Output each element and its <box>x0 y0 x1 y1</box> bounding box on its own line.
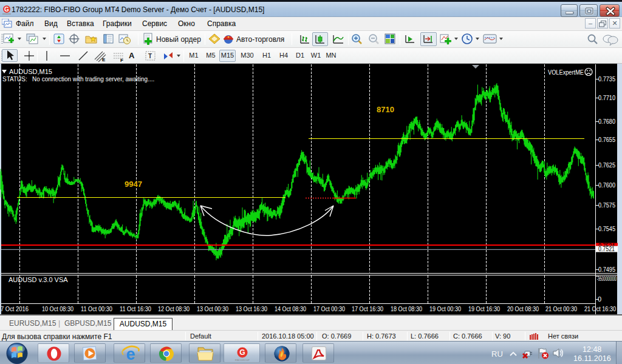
svg-text:0.7680: 0.7680 <box>598 118 615 125</box>
svg-text:13 Oct 16:30: 13 Oct 16:30 <box>236 305 267 312</box>
svg-text:G: G <box>4 6 9 13</box>
svg-text:10 Oct 08:30: 10 Oct 08:30 <box>42 305 73 312</box>
svg-text:0.7545: 0.7545 <box>598 225 615 232</box>
svg-text:T: T <box>148 53 152 59</box>
svg-text:21 Oct 16:30: 21 Oct 16:30 <box>584 305 616 312</box>
svg-text:7 Oct 2016: 7 Oct 2016 <box>1 305 29 312</box>
svg-text:0: 0 <box>598 295 601 303</box>
svg-text:0.7655: 0.7655 <box>598 136 615 143</box>
svg-text:G: G <box>239 348 245 357</box>
svg-text:-9500000000: -9500000000 <box>597 275 617 282</box>
svg-text:AUDUSD,M15: AUDUSD,M15 <box>9 68 52 75</box>
svg-text:AUDUSD v.3.0 VSA: AUDUSD v.3.0 VSA <box>9 276 68 283</box>
svg-text:21 Oct 00:30: 21 Oct 00:30 <box>545 305 577 312</box>
svg-text:FIBOGROUP: FIBOGROUP <box>235 359 250 362</box>
svg-text:17 Oct 00:30: 17 Oct 00:30 <box>313 305 345 312</box>
svg-text:STATUS: No connection with t: STATUS: No connection with trading serve… <box>2 76 154 83</box>
svg-text:0.7735: 0.7735 <box>598 75 615 83</box>
svg-text:11 Oct 00:30: 11 Oct 00:30 <box>81 305 112 312</box>
svg-text:13 Oct 00:30: 13 Oct 00:30 <box>197 305 228 312</box>
svg-text:0.7495: 0.7495 <box>598 266 615 273</box>
svg-text:VOLExpertME: VOLExpertME <box>548 69 584 76</box>
svg-text:0.7575: 0.7575 <box>598 201 615 209</box>
svg-text:19 Oct 00:30: 19 Oct 00:30 <box>429 305 461 312</box>
svg-text:8710: 8710 <box>377 105 394 114</box>
svg-text:0.7600: 0.7600 <box>598 181 615 189</box>
svg-text:20 Oct 08:30: 20 Oct 08:30 <box>507 305 539 312</box>
svg-text:18 Oct 08:30: 18 Oct 08:30 <box>391 305 422 312</box>
svg-text:19 Oct 16:30: 19 Oct 16:30 <box>468 305 500 312</box>
svg-text:14 Oct 08:30: 14 Oct 08:30 <box>275 305 306 312</box>
svg-text:F: F <box>120 58 123 63</box>
svg-text:0.7625: 0.7625 <box>598 161 615 169</box>
svg-text:E: E <box>102 57 106 62</box>
svg-text:12 Oct 08:30: 12 Oct 08:30 <box>158 305 190 312</box>
svg-text:11 Oct 16:30: 11 Oct 16:30 <box>120 305 151 312</box>
svg-text:0.7521: 0.7521 <box>598 245 615 252</box>
svg-text:9947: 9947 <box>125 180 142 189</box>
svg-text:0.7710: 0.7710 <box>598 94 615 101</box>
svg-text:17 Oct 16:30: 17 Oct 16:30 <box>352 305 383 312</box>
